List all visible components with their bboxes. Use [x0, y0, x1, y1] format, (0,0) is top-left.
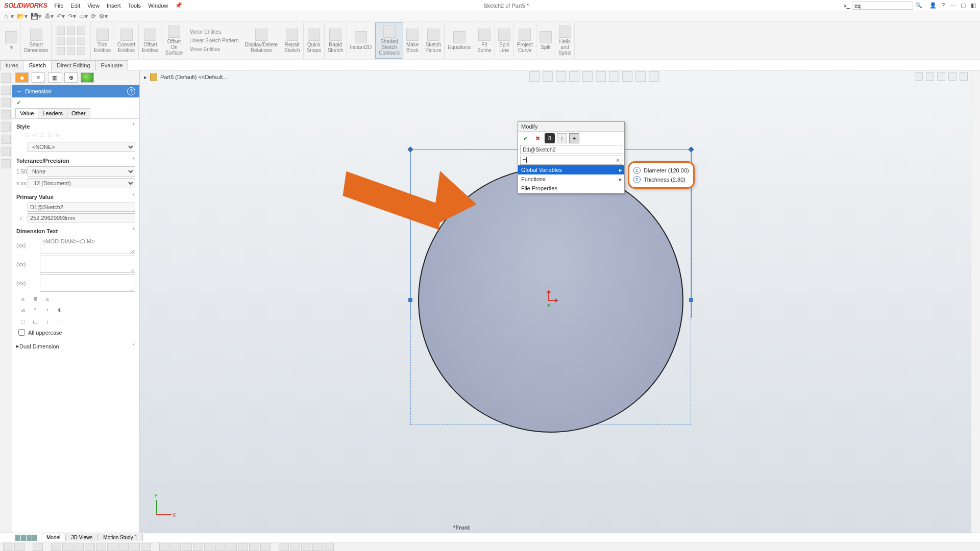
feature-tree-breadcrumb[interactable]: ▸ Part5 (Default) <<Default...: [144, 73, 227, 81]
section-tolerance-title[interactable]: Tolerance/Precision: [16, 158, 69, 164]
sub-tab-other[interactable]: Other: [67, 108, 90, 118]
sb-e[interactable]: [96, 543, 106, 551]
ribbon-quick-snaps[interactable]: Quick Snaps: [304, 22, 325, 59]
dimtext-above-icon[interactable]: (xx): [16, 242, 26, 248]
menu-view[interactable]: View: [87, 3, 100, 9]
modify-rebuild-icon[interactable]: 8: [545, 133, 555, 143]
sb-g[interactable]: [118, 543, 129, 551]
hide-show-icon[interactable]: [609, 71, 619, 82]
left-tool-8[interactable]: [2, 159, 11, 168]
sb-l[interactable]: [182, 543, 192, 551]
primary-name-input[interactable]: [28, 203, 135, 212]
prop-tab-config-icon[interactable]: ▥: [48, 72, 61, 83]
dimtext-input[interactable]: <MOD-DIAM><DIM>: [40, 237, 135, 254]
symbol-slot-icon[interactable]: ⌴: [31, 317, 40, 325]
qa-save-icon[interactable]: 💾▾: [31, 13, 41, 20]
dimtext-mid-input[interactable]: [40, 256, 135, 273]
property-help-icon[interactable]: ?: [127, 87, 135, 95]
qa-options-icon[interactable]: ⚙▾: [99, 13, 108, 20]
sb-x[interactable]: [324, 543, 334, 551]
symbol-degree-icon[interactable]: °: [31, 306, 40, 314]
global-var-diameter[interactable]: Σ Diameter (120.00): [633, 166, 689, 175]
view-settings-icon[interactable]: [649, 71, 659, 82]
ribbon-exit-sketch[interactable]: ▾: [2, 22, 21, 59]
sub-tab-leaders[interactable]: Leaders: [38, 108, 67, 118]
sb-n[interactable]: [204, 543, 214, 551]
chevron-up-icon[interactable]: ˄: [132, 228, 135, 234]
modify-dialog[interactable]: Modify ✔ ✖ 8 ↕ ⌖ D1@Sketch2 = ✕ Global V…: [518, 121, 625, 193]
modify-equation-field[interactable]: = ✕: [520, 156, 622, 165]
menu-pin-icon[interactable]: 📌: [175, 2, 182, 9]
section-dual-dimension[interactable]: ▸ Dual Dimension˅: [16, 342, 135, 350]
menu-tools[interactable]: Tools: [128, 3, 141, 9]
circle-quadrant-left[interactable]: [408, 298, 412, 302]
menu-functions[interactable]: Functions▸: [518, 174, 624, 184]
modify-ok-icon[interactable]: ✔: [520, 133, 530, 143]
bottom-tab-motion[interactable]: Motion Study 1: [97, 534, 143, 541]
modify-thumbwheel-icon[interactable]: ⌖: [569, 133, 579, 143]
modify-cancel-icon[interactable]: ✖: [532, 133, 543, 143]
menu-insert[interactable]: Insert: [107, 3, 121, 9]
ribbon-split[interactable]: Split: [536, 22, 555, 59]
sb-j[interactable]: [159, 543, 169, 551]
vp-min-icon[interactable]: [937, 72, 945, 81]
symbol-square-icon[interactable]: □: [18, 317, 28, 325]
chevron-up-icon[interactable]: ˄: [132, 193, 135, 200]
ribbon-rapid-sketch[interactable]: Rapid Sketch: [325, 22, 347, 59]
qa-undo-icon[interactable]: ↶▾: [57, 13, 65, 20]
menu-edit[interactable]: Edit: [70, 3, 80, 9]
ribbon-convert[interactable]: Convert Entities: [114, 22, 139, 59]
section-view-icon[interactable]: [569, 71, 579, 82]
left-tool-5[interactable]: [2, 122, 11, 132]
symbol-cl-icon[interactable]: ℄: [55, 306, 64, 314]
menu-window[interactable]: Window: [148, 3, 168, 9]
bottom-tab-3dviews[interactable]: 3D Views: [65, 534, 98, 541]
sb-a[interactable]: [51, 543, 61, 551]
symbol-depth-icon[interactable]: ↓: [43, 317, 52, 325]
left-tool-1[interactable]: [2, 73, 11, 83]
vp-confirm-icon[interactable]: [926, 72, 934, 81]
ribbon-repair-sketch[interactable]: Repair Sketch: [281, 22, 304, 59]
user-icon[interactable]: 👤: [929, 2, 937, 9]
vp-exit-sketch-icon[interactable]: [915, 72, 923, 81]
prop-tab-appearance-icon[interactable]: [81, 72, 94, 83]
zoom-area-icon[interactable]: [543, 71, 553, 82]
chevron-up-icon[interactable]: ˄: [132, 123, 135, 130]
sb-t[interactable]: [279, 543, 289, 551]
zoom-fit-icon[interactable]: [529, 71, 540, 82]
ribbon-sketch-picture[interactable]: Sketch Picture: [422, 22, 445, 59]
ribbon-offset[interactable]: Offset Entities: [139, 22, 162, 59]
sb-d[interactable]: [85, 543, 95, 551]
sb-h[interactable]: [130, 543, 140, 551]
qa-rebuild-icon[interactable]: ⟳: [91, 13, 96, 20]
prev-view-icon[interactable]: [556, 71, 566, 82]
tab-scroll-icons[interactable]: [15, 535, 38, 541]
sb-2[interactable]: [14, 543, 24, 551]
sb-u[interactable]: [290, 543, 300, 551]
graphics-viewport[interactable]: ▸ Part5 (Default) <<Default...: [140, 70, 971, 533]
qa-print-icon[interactable]: 🖶▾: [44, 13, 54, 20]
primary-value-input[interactable]: [28, 213, 135, 222]
qa-redo-icon[interactable]: ↷▾: [68, 13, 76, 20]
sb-s[interactable]: [260, 543, 271, 551]
tab-evaluate[interactable]: Evaluate: [95, 60, 129, 70]
precision-select[interactable]: .12 (Document): [28, 178, 135, 188]
symbol-diameter-icon[interactable]: ⌀: [18, 306, 28, 314]
prop-tab-dim-icon[interactable]: ⊕: [64, 72, 78, 83]
sb-i[interactable]: [141, 543, 151, 551]
left-tool-3[interactable]: [2, 98, 11, 107]
sb-m[interactable]: [193, 543, 203, 551]
ribbon-equations[interactable]: Equations: [445, 22, 474, 59]
sb-o[interactable]: [215, 543, 226, 551]
display-style-icon[interactable]: [596, 71, 606, 82]
section-primary-title[interactable]: Primary Value: [16, 194, 54, 200]
tab-sketch[interactable]: Sketch: [23, 60, 52, 70]
restore-icon[interactable]: ▢: [961, 2, 966, 9]
dimtext-below-icon[interactable]: (xx): [16, 280, 26, 286]
style-select[interactable]: <NONE>: [28, 142, 135, 152]
symbol-more-icon[interactable]: ⋯: [55, 317, 64, 325]
tolerance-type-select[interactable]: None: [28, 166, 135, 177]
menu-global-variables[interactable]: Global Variables▸: [518, 165, 624, 174]
task-pane-gutter[interactable]: [971, 70, 980, 533]
tab-direct-editing[interactable]: Direct Editing: [51, 60, 95, 70]
